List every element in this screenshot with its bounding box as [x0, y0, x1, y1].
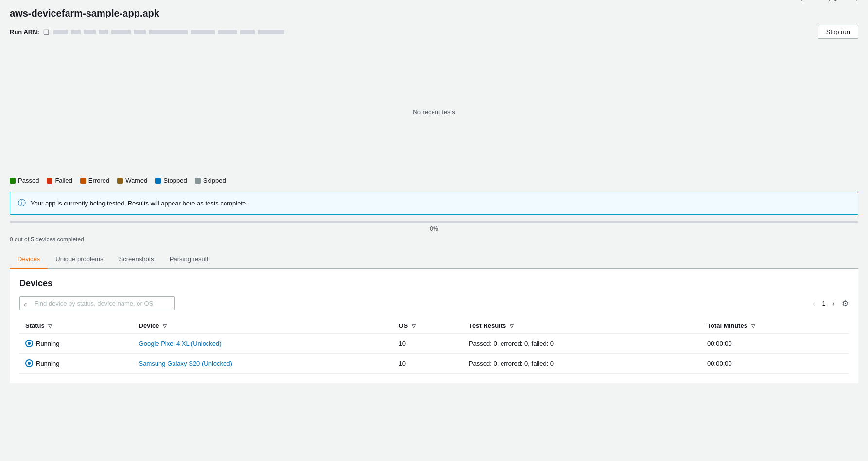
arn-seg-3 [84, 30, 96, 34]
cell-results-0: Passed: 0, errored: 0, failed: 0 [463, 334, 701, 354]
arn-seg-1 [53, 30, 68, 34]
no-tests-area: No recent tests [10, 49, 858, 175]
cell-minutes-1: 00:00:00 [701, 354, 849, 374]
tab-devices[interactable]: Devices [10, 251, 48, 269]
search-icon: ⌕ [24, 300, 28, 307]
device-link-1[interactable]: Samsung Galaxy S20 (Unlocked) [139, 360, 232, 367]
legend-dot-passed [10, 178, 16, 184]
legend-item-failed: Failed [47, 177, 72, 184]
legend-item-warned: Warned [117, 177, 147, 184]
running-icon-1 [25, 359, 33, 367]
legend-label-warned: Warned [125, 177, 147, 184]
tab-screenshots[interactable]: Screenshots [111, 251, 162, 269]
cell-minutes-0: 00:00:00 [701, 334, 849, 354]
status-running-1: Running [25, 359, 127, 367]
legend-row: Passed Failed Errored Warned Stopped Ski… [10, 175, 858, 186]
legend-label-passed: Passed [18, 177, 39, 184]
cell-device-1: Samsung Galaxy S20 (Unlocked) [133, 354, 393, 374]
progress-area: 0% [10, 221, 858, 232]
info-icon: ⓘ [18, 198, 26, 208]
arn-left: Run ARN: ❑ [10, 28, 284, 36]
col-device[interactable]: Device ▽ [133, 318, 393, 334]
table-row: Running Google Pixel 4 XL (Unlocked)10Pa… [19, 334, 849, 354]
devices-section-title: Devices [19, 278, 849, 289]
stop-run-button[interactable]: Stop run [818, 25, 858, 39]
col-status[interactable]: Status ▽ [19, 318, 133, 334]
settings-icon[interactable]: ⚙ [842, 299, 849, 308]
legend-item-skipped: Skipped [195, 177, 226, 184]
col-os[interactable]: OS ▽ [393, 318, 463, 334]
table-header-row: Status ▽Device ▽OS ▽Test Results ▽Total … [19, 318, 849, 334]
tab-unique-problems[interactable]: Unique problems [48, 251, 111, 269]
running-icon-0 [25, 340, 33, 347]
legend-label-errored: Errored [88, 177, 109, 184]
info-banner-text: Your app is currently being tested. Resu… [31, 200, 248, 207]
legend-item-errored: Errored [80, 177, 109, 184]
legend-label-skipped: Skipped [203, 177, 226, 184]
devices-table: Status ▽Device ▽OS ▽Test Results ▽Total … [19, 318, 849, 374]
arn-seg-4 [99, 30, 108, 34]
cell-status-1: Running [19, 354, 133, 374]
progress-bar-container [10, 221, 858, 223]
status-label-1: Running [36, 360, 59, 367]
table-row: Running Samsung Galaxy S20 (Unlocked)10P… [19, 354, 849, 374]
pagination-controls: ‹ 1 › ⚙ [810, 298, 849, 309]
arn-seg-7 [149, 30, 188, 34]
tabs-row: DevicesUnique problemsScreenshotsParsing… [10, 251, 858, 269]
arn-seg-6 [134, 30, 146, 34]
cell-results-1: Passed: 0, errored: 0, failed: 0 [463, 354, 701, 374]
cell-status-0: Running [19, 334, 133, 354]
progress-label: 0% [10, 225, 858, 232]
devices-completed: 0 out of 5 devices completed [10, 236, 858, 243]
legend-item-passed: Passed [10, 177, 39, 184]
col-test-results[interactable]: Test Results ▽ [463, 318, 701, 334]
arn-seg-8 [191, 30, 215, 34]
arn-seg-5 [111, 30, 131, 34]
cell-os-0: 10 [393, 334, 463, 354]
no-tests-text: No recent tests [413, 108, 455, 116]
col-total-minutes[interactable]: Total Minutes ▽ [701, 318, 849, 334]
sort-icon: ▽ [510, 324, 514, 329]
status-running-0: Running [25, 340, 127, 347]
legend-dot-skipped [195, 178, 201, 184]
tab-parsing-result[interactable]: Parsing result [162, 251, 216, 269]
prev-page-button[interactable]: ‹ [810, 298, 818, 309]
search-row: ⌕ ‹ 1 › ⚙ [19, 296, 849, 310]
status-label-0: Running [36, 340, 59, 347]
arn-stop-row: Run ARN: ❑ Stop run [10, 25, 858, 39]
scheduled-at: Scheduled at: Thu Jul 15 2021 19:03:03 G… [666, 0, 858, 1]
run-arn-label: Run ARN: [10, 28, 39, 35]
sort-icon: ▽ [751, 324, 755, 329]
devices-section: Devices ⌕ ‹ 1 › ⚙ Status ▽Device ▽OS ▽Te… [10, 269, 858, 383]
legend-dot-stopped [155, 178, 161, 184]
legend-label-stopped: Stopped [163, 177, 187, 184]
cell-os-1: 10 [393, 354, 463, 374]
arn-seg-10 [240, 30, 255, 34]
header-top: aws-devicefarm-sample-app.apk Scheduled … [10, 8, 858, 23]
table-body: Running Google Pixel 4 XL (Unlocked)10Pa… [19, 334, 849, 374]
next-page-button[interactable]: › [830, 298, 838, 309]
arn-seg-9 [218, 30, 237, 34]
arn-placeholder [53, 30, 284, 34]
legend-dot-warned [117, 178, 123, 184]
search-input-wrapper: ⌕ [19, 296, 175, 310]
legend-dot-errored [80, 178, 86, 184]
arn-seg-2 [71, 30, 81, 34]
legend-dot-failed [47, 178, 52, 184]
cell-device-0: Google Pixel 4 XL (Unlocked) [133, 334, 393, 354]
app-title: aws-devicefarm-sample-app.apk [10, 8, 159, 19]
device-link-0[interactable]: Google Pixel 4 XL (Unlocked) [139, 340, 222, 347]
legend-item-stopped: Stopped [155, 177, 187, 184]
sort-icon: ▽ [48, 324, 52, 329]
legend-label-failed: Failed [55, 177, 72, 184]
arn-seg-11 [258, 30, 284, 34]
sort-icon: ▽ [412, 324, 416, 329]
search-input[interactable] [19, 296, 175, 310]
sort-icon: ▽ [163, 324, 167, 329]
page-number: 1 [822, 300, 825, 307]
copy-icon[interactable]: ❑ [43, 28, 50, 36]
info-banner: ⓘ Your app is currently being tested. Re… [10, 192, 858, 215]
